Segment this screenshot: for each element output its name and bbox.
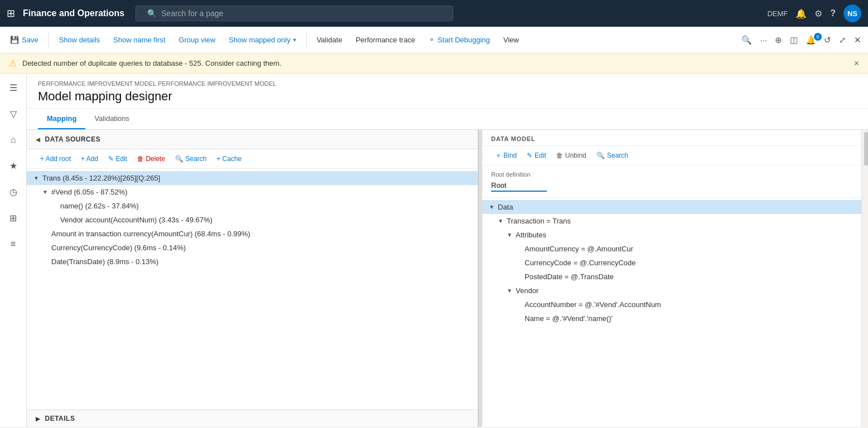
dm-item-label: Data — [498, 203, 855, 211]
toolbar-close-icon[interactable]: ✕ — [852, 33, 864, 47]
show-details-button[interactable]: Show details — [54, 33, 106, 47]
dm-item-currency-code[interactable]: CurrencyCode = @.CurrencyCode — [482, 256, 861, 270]
dm-item-vendor[interactable]: ▼ Vendor — [482, 284, 861, 298]
scroll-thumb[interactable] — [864, 132, 868, 166]
tab-bar: Mapping Validations — [27, 109, 868, 130]
env-label: DEMF — [767, 9, 788, 18]
warning-message: Detected number of duplicate queries to … — [22, 59, 282, 67]
help-icon[interactable]: ? — [830, 8, 836, 18]
performance-trace-button[interactable]: Performance trace — [350, 33, 421, 47]
group-view-button[interactable]: Group view — [173, 33, 221, 47]
root-value-input[interactable] — [491, 180, 547, 192]
dm-item-transaction[interactable]: ▼ Transaction = Trans — [482, 214, 861, 228]
tree-item-label: Vendor account(AccountNum) (3.43s - 49.6… — [60, 216, 471, 224]
show-name-button[interactable]: Show name first — [108, 33, 171, 47]
left-sidebar: ☰ ▽ ⌂ ★ ◷ ⊞ ≡ — [0, 74, 27, 427]
content-area: PERFORMANCE IMPROVEMENT MODEL PERFORMANC… — [27, 74, 868, 427]
toolbar-refresh-icon[interactable]: ↺ — [822, 33, 833, 47]
tab-mapping[interactable]: Mapping — [38, 109, 85, 129]
ds-add-button[interactable]: + Add — [76, 153, 103, 165]
details-bar[interactable]: ▶ DETAILS — [27, 410, 478, 427]
dm-search-button[interactable]: 🔍 Search — [592, 149, 633, 162]
sidebar-favorites-icon[interactable]: ★ — [6, 157, 21, 174]
top-nav: ⊞ Finance and Operations 🔍 Search for a … — [0, 0, 868, 27]
ds-collapse-icon[interactable]: ◀ — [36, 137, 41, 143]
notification-badge[interactable]: 🔔 0 — [803, 35, 818, 45]
ds-tree-item-vendor-account[interactable]: Vendor account(AccountNum) (3.43s - 49.6… — [27, 213, 478, 227]
main-layout: ☰ ▽ ⌂ ★ ◷ ⊞ ≡ PERFORMANCE IMPROVEMENT MO… — [0, 74, 868, 427]
view-button[interactable]: View — [498, 33, 525, 47]
validate-button[interactable]: Validate — [311, 33, 348, 47]
start-debugging-button[interactable]: ⚬ Start Debugging — [423, 33, 496, 47]
user-avatar[interactable]: NS — [843, 4, 861, 22]
sidebar-recent-icon[interactable]: ◷ — [6, 183, 21, 201]
dm-item-attributes[interactable]: ▼ Attributes — [482, 228, 861, 242]
ds-add-root-button[interactable]: + Add root — [36, 153, 75, 165]
expand-icon[interactable]: ▼ — [489, 204, 498, 210]
toolbar-more-icon[interactable]: ··· — [758, 33, 769, 47]
ds-search-button[interactable]: 🔍 Search — [171, 153, 211, 165]
dm-item-posted-date[interactable]: PostedDate = @.TransDate — [482, 270, 861, 284]
dm-item-amount-currency[interactable]: AmountCurrency = @.AmountCur — [482, 242, 861, 256]
details-expand-icon[interactable]: ▶ — [36, 416, 41, 422]
sidebar-workspaces-icon[interactable]: ⊞ — [6, 210, 20, 227]
toolbar-right: 🔍 ··· ⊕ ◫ 🔔 0 ↺ ⤢ ✕ — [739, 33, 864, 47]
ds-tree-item-name[interactable]: name() (2.62s - 37.84%) — [27, 199, 478, 213]
toolbar-pin-icon[interactable]: ⊕ — [773, 33, 784, 47]
tree-item-label: Date(TransDate) (8.9ms - 0.13%) — [51, 257, 471, 266]
dm-section-title: DATA MODEL — [482, 130, 861, 146]
dm-tree: ▼ Data ▼ Transaction = Trans ▼ Attribute… — [482, 198, 861, 427]
ds-tree-item-trans[interactable]: ▼ Trans (8.45s - 122.28%)[265][Q:265] — [27, 171, 478, 185]
expand-icon[interactable]: ▼ — [507, 232, 516, 238]
ds-delete-button[interactable]: 🗑 Delete — [133, 153, 169, 165]
dm-item-name[interactable]: Name = @.'#Vend'.'name()' — [482, 312, 861, 325]
divider-2 — [306, 32, 307, 48]
dm-edit-button[interactable]: ✎ Edit — [522, 149, 551, 162]
ds-edit-button[interactable]: ✎ Edit — [104, 153, 132, 165]
expand-icon[interactable]: ▼ — [498, 218, 507, 224]
global-search[interactable]: 🔍 Search for a page — [135, 6, 453, 21]
dm-unbind-button[interactable]: 🗑 Unbind — [552, 149, 591, 162]
bell-icon[interactable]: 🔔 — [796, 8, 807, 19]
apps-icon[interactable]: ⊞ — [7, 7, 15, 20]
tree-item-label: Amount in transaction currency(AmountCur… — [51, 230, 471, 238]
dm-item-data[interactable]: ▼ Data — [482, 200, 861, 214]
dm-item-label: Attributes — [516, 231, 855, 239]
ds-tree-item-vend[interactable]: ▼ #Vend (6.05s - 87.52%) — [27, 185, 478, 199]
toolbar-search-icon[interactable]: 🔍 — [739, 33, 754, 47]
ds-tree-item-currency[interactable]: Currency(CurrencyCode) (9.6ms - 0.14%) — [27, 241, 478, 255]
save-button[interactable]: 💾 Save — [4, 33, 44, 47]
expand-icon[interactable]: ▼ — [507, 288, 516, 294]
tree-item-label: #Vend (6.05s - 87.52%) — [51, 188, 471, 196]
dm-item-account-number[interactable]: AccountNumber = @.'#Vend'.AccountNum — [482, 298, 861, 312]
dm-item-label: CurrencyCode = @.CurrencyCode — [525, 259, 855, 267]
dm-item-label: Name = @.'#Vend'.'name()' — [525, 314, 855, 323]
root-definition: Root definition — [482, 166, 861, 198]
right-scrollbar[interactable] — [861, 130, 868, 427]
tab-validations[interactable]: Validations — [85, 109, 138, 129]
dm-panel: DATA MODEL ⚬ Bind ✎ Edit 🗑 Unbind — [482, 130, 861, 427]
warn-icon: ⚠ — [9, 58, 17, 69]
show-mapped-button[interactable]: Show mapped only ▾ — [223, 33, 302, 47]
divider-1 — [49, 32, 49, 48]
gear-icon[interactable]: ⚙ — [814, 8, 822, 19]
toolbar-expand-icon[interactable]: ⤢ — [837, 33, 848, 47]
save-icon: 💾 — [10, 36, 19, 44]
sidebar-menu-icon[interactable]: ☰ — [6, 79, 21, 96]
expand-icon[interactable]: ▼ — [33, 175, 42, 181]
toolbar-extension-icon[interactable]: ◫ — [788, 33, 800, 47]
filter-icon[interactable]: ▽ — [7, 105, 20, 123]
search-icon: 🔍 — [147, 9, 157, 18]
sidebar-home-icon[interactable]: ⌂ — [7, 132, 20, 148]
ds-cache-button[interactable]: + Cache — [212, 153, 246, 165]
ds-tree-item-amount[interactable]: Amount in transaction currency(AmountCur… — [27, 227, 478, 241]
warning-close-button[interactable]: × — [854, 59, 859, 69]
sidebar-modules-icon[interactable]: ≡ — [7, 236, 19, 252]
tree-item-label: name() (2.62s - 37.84%) — [60, 202, 471, 210]
dm-item-label: AmountCurrency = @.AmountCur — [525, 245, 855, 253]
page-header: PERFORMANCE IMPROVEMENT MODEL PERFORMANC… — [27, 74, 868, 109]
dm-bind-button[interactable]: ⚬ Bind — [491, 149, 521, 162]
ds-tree-item-date[interactable]: Date(TransDate) (8.9ms - 0.13%) — [27, 255, 478, 269]
details-label: DETAILS — [45, 415, 75, 422]
expand-icon[interactable]: ▼ — [42, 189, 51, 195]
